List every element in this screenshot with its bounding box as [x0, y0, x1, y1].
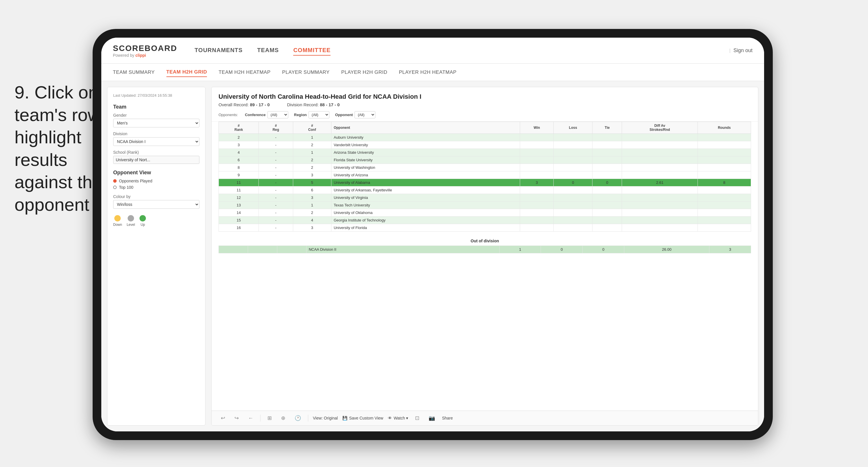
table-row[interactable]: 9-3University of Arizona	[219, 171, 751, 179]
out-division-table: Out of division NCAA Division II 1 0	[219, 236, 751, 253]
colour-section: Colour by Win/loss Down Level	[113, 194, 199, 227]
od-tie: 0	[583, 246, 624, 253]
left-panel: Last Updated: 27/03/2024 16:55:38 Team G…	[107, 87, 206, 426]
clock-btn[interactable]: 🕐	[292, 414, 303, 422]
share-btn[interactable]: Share	[442, 416, 453, 420]
subnav-player-summary[interactable]: PLAYER SUMMARY	[282, 68, 330, 77]
od-label: NCAA Division II	[306, 246, 499, 253]
table-row[interactable]: 3-2Vanderbilt University	[219, 141, 751, 149]
col-win: Win	[520, 122, 554, 134]
colour-by-select[interactable]: Win/loss	[113, 200, 199, 209]
table-row[interactable]: 11-5University of Alabama3002.618	[219, 179, 751, 186]
conference-filter-select[interactable]: (All)	[268, 111, 288, 118]
logo-area: SCOREBOARD Powered by clippi	[113, 44, 177, 58]
region-filter-group: Region (All)	[294, 111, 329, 118]
filter-row: Opponents: Conference (All) Region (	[219, 111, 751, 118]
undo-btn[interactable]: ↩	[219, 414, 227, 422]
legend-level-circle	[128, 215, 134, 222]
screen-btn[interactable]: ⊡	[413, 414, 422, 422]
team-section-title: Team	[113, 104, 199, 110]
opponent-filter-title: Opponent	[335, 113, 353, 117]
top-nav: SCOREBOARD Powered by clippi TOURNAMENTS…	[101, 38, 764, 64]
col-rank: #Rank	[219, 122, 259, 134]
sign-out-link[interactable]: Sign out	[734, 48, 752, 54]
sub-nav: TEAM SUMMARY TEAM H2H GRID TEAM H2H HEAT…	[101, 64, 764, 81]
subnav-team-h2h-heatmap[interactable]: TEAM H2H HEATMAP	[219, 68, 271, 77]
redo-btn[interactable]: ↪	[232, 414, 241, 422]
top-100-radio[interactable]: Top 100	[113, 185, 199, 189]
conference-filter-title: Conference	[245, 113, 266, 117]
subnav-team-summary[interactable]: TEAM SUMMARY	[113, 68, 155, 77]
right-panel: University of North Carolina Head-to-Hea…	[211, 87, 758, 426]
nav-divider: |	[730, 48, 731, 53]
col-rounds: Rounds	[698, 122, 751, 134]
opponent-filter-group: Opponent (All)	[335, 111, 375, 118]
view-original-btn[interactable]: View: Original	[313, 416, 338, 420]
logo-powered: Powered by clippi	[113, 53, 177, 58]
logo-scoreboard: SCOREBOARD	[113, 44, 177, 53]
od-rank	[219, 246, 248, 253]
nav-teams[interactable]: TEAMS	[257, 46, 279, 56]
save-custom-btn[interactable]: 💾 Save Custom View	[342, 416, 383, 420]
table-row[interactable]: 4-1Arizona State University	[219, 149, 751, 156]
table-row[interactable]: 2-1Auburn University	[219, 134, 751, 141]
opponents-filter-label: Opponents:	[219, 113, 238, 117]
out-division-header: Out of division	[219, 236, 751, 246]
opponents-played-radio-dot	[113, 179, 117, 183]
grid-header: University of North Carolina Head-to-Hea…	[212, 87, 758, 122]
nav-tournaments[interactable]: TOURNAMENTS	[194, 46, 243, 56]
legend-up-circle	[140, 215, 146, 222]
od-loss: 0	[541, 246, 583, 253]
od-conf	[277, 246, 306, 253]
table-row[interactable]: 13-1Texas Tech University	[219, 202, 751, 209]
col-diff: Diff AvStrokes/Rnd	[622, 122, 698, 134]
toolbar-sep-1	[260, 415, 260, 421]
nav-committee[interactable]: COMMITTEE	[293, 46, 331, 56]
top-100-radio-dot	[113, 185, 117, 189]
bottom-toolbar: ↩ ↪ ← ⊞ ⊕ 🕐 View: Original 💾 Sa	[212, 411, 758, 425]
panel-timestamp: Last Updated: 27/03/2024 16:55:38	[113, 93, 199, 98]
table-row[interactable]: 15-4Georgia Institute of Technology	[219, 216, 751, 224]
crop-btn[interactable]: ⊞	[265, 414, 274, 422]
col-opponent: Opponent	[331, 122, 520, 134]
opponent-view-title: Opponent View	[113, 170, 199, 176]
tablet-device: SCOREBOARD Powered by clippi TOURNAMENTS…	[93, 29, 773, 440]
zoom-btn[interactable]: ⊕	[279, 414, 288, 422]
subnav-team-h2h-grid[interactable]: TEAM H2H GRID	[166, 68, 207, 77]
legend-level: Level	[127, 215, 135, 227]
table-row[interactable]: 11-6University of Arkansas, Fayetteville	[219, 186, 751, 194]
table-row[interactable]: 12-3University of Virginia	[219, 194, 751, 202]
watch-btn[interactable]: 👁 Watch ▾	[388, 416, 408, 420]
col-conf: #Conf	[293, 122, 331, 134]
grid-records: Overall Record: 89 - 17 - 0 Division Rec…	[219, 102, 751, 107]
gender-select[interactable]: Men's	[113, 119, 199, 127]
subnav-player-h2h-grid[interactable]: PLAYER H2H GRID	[341, 68, 387, 77]
region-filter-select[interactable]: (All)	[309, 111, 329, 118]
od-rounds: 3	[709, 246, 751, 253]
subnav-player-h2h-heatmap[interactable]: PLAYER H2H HEATMAP	[399, 68, 457, 77]
school-label: School (Rank)	[113, 150, 199, 155]
gender-label: Gender	[113, 113, 199, 118]
conference-filter-group: Conference (All)	[245, 111, 288, 118]
out-division-row[interactable]: NCAA Division II 1 0 0 26.00 3	[219, 246, 751, 253]
instruction-number: 9.	[14, 82, 30, 102]
table-row[interactable]: 6-2Florida State University	[219, 156, 751, 164]
toolbar-sep-2	[308, 415, 308, 421]
table-row[interactable]: 16-3University of Florida	[219, 224, 751, 232]
opponent-view-section: Opponent View Opponents Played Top 100	[113, 170, 199, 189]
school-value[interactable]: University of Nort...	[113, 156, 199, 164]
app-container: SCOREBOARD Powered by clippi TOURNAMENTS…	[101, 38, 764, 431]
od-reg	[248, 246, 277, 253]
opponents-played-radio[interactable]: Opponents Played	[113, 179, 199, 183]
overall-record: Overall Record: 89 - 17 - 0	[219, 102, 270, 107]
division-select[interactable]: NCAA Division I	[113, 137, 199, 146]
grid-table-container: #Rank #Reg #Conf Opponent Win Loss Tie D…	[212, 122, 758, 411]
col-reg: #Reg	[259, 122, 293, 134]
table-row[interactable]: 14-2University of Oklahoma	[219, 209, 751, 216]
back-btn[interactable]: ←	[246, 414, 255, 422]
table-row[interactable]: 8-2University of Washington	[219, 164, 751, 171]
main-content: Last Updated: 27/03/2024 16:55:38 Team G…	[101, 81, 764, 431]
tablet-screen: SCOREBOARD Powered by clippi TOURNAMENTS…	[101, 38, 764, 431]
camera-btn[interactable]: 📷	[426, 414, 437, 422]
opponent-filter-select[interactable]: (All)	[354, 111, 375, 118]
